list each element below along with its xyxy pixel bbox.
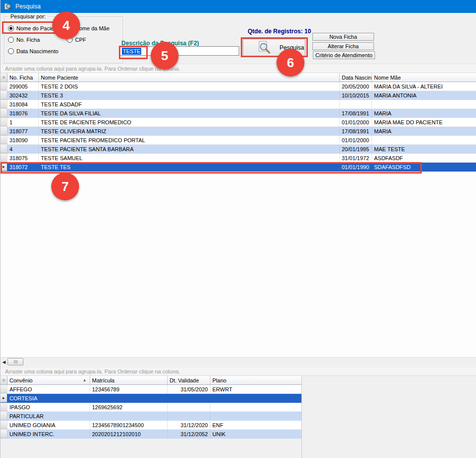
column-header-label: Nome Mãe	[374, 75, 401, 81]
scroll-left-icon[interactable]: ◀	[0, 360, 7, 365]
column-header-label: Matrícula	[92, 377, 114, 383]
table-cell	[340, 100, 372, 108]
table-cell: TESTE DE PACIENTE PROMEDICO	[39, 118, 340, 126]
column-header[interactable]: Nome Paciente	[39, 73, 340, 82]
table-cell: SDAFASDFSD	[372, 163, 476, 171]
description-label: Descrição da Pesquisa (F2)	[121, 40, 199, 47]
radio-label: No. Ficha	[16, 37, 40, 43]
patients-grid-body: 299005TESTE 2 DOIS20/05/2000MARIA DA SIL…	[0, 82, 476, 172]
table-cell: TESTE PACIENTE SANTA BARBARA	[39, 145, 340, 153]
table-cell: UNIMED INTERC.	[7, 430, 90, 438]
nova-ficha-button[interactable]: Nova Ficha	[312, 33, 374, 41]
table-row[interactable]: 318090TESTE PACIENTE PROMEDICO PORTAL01/…	[0, 136, 476, 145]
column-header[interactable]: Matrícula	[90, 376, 168, 384]
patients-grid: ✳No. FichaNome PacienteData NascinNome M…	[0, 73, 476, 172]
table-row[interactable]: PARTICULAR	[0, 412, 301, 421]
radio-label: Data Nascimento	[16, 48, 58, 54]
radio-nome-da-mae[interactable]: Nome da Mãe	[67, 25, 109, 31]
column-header[interactable]: Data Nascin	[340, 73, 372, 82]
row-indicator	[0, 403, 7, 411]
column-header[interactable]: Convênio▲	[7, 376, 90, 384]
table-cell: 318084	[7, 100, 39, 108]
row-indicator	[0, 412, 7, 420]
column-header-label: Dt. Validade	[170, 377, 199, 383]
window-magnifier-icon	[4, 2, 12, 10]
table-row[interactable]: 4TESTE PACIENTE SANTA BARBARA20/01/1995M…	[0, 145, 476, 154]
table-row[interactable]: 318076TESTE DA SILVA FILIAL17/08/1991MAR…	[0, 109, 476, 118]
insurance-grid-header: ✳Convênio▲MatrículaDt. ValidadePlano	[0, 376, 301, 385]
table-row[interactable]: IPASGO1269625692	[0, 403, 301, 412]
table-cell: TESTE DA SILVA FILIAL	[39, 109, 340, 117]
table-row[interactable]: 299005TESTE 2 DOIS20/05/2000MARIA DA SIL…	[0, 82, 476, 91]
table-cell: 10/10/2015	[340, 91, 372, 99]
scrollbar-thumb[interactable]	[7, 358, 23, 366]
table-cell: 318076	[7, 109, 39, 117]
table-row[interactable]: ▸CORTESIA	[0, 394, 301, 403]
table-cell	[90, 394, 168, 402]
criterio-atendimento-button[interactable]: Critério de Atendimento	[313, 51, 375, 59]
table-row[interactable]: AFFEGO12345678931/05/2020ERWRT	[0, 385, 301, 394]
table-row[interactable]: 1TESTE DE PACIENTE PROMEDICO01/01/2000MA…	[0, 118, 476, 127]
table-cell: 17/08/1991	[340, 109, 372, 117]
grid-edge-divider	[301, 376, 302, 458]
table-cell: 1	[7, 118, 39, 126]
table-cell: CORTESIA	[7, 394, 90, 402]
row-indicator	[0, 127, 7, 135]
insurance-grid-section: Arraste uma coluna aqui para agrupa-la. …	[0, 366, 476, 458]
group-by-hint: Arraste uma coluna aqui para agrupa-la. …	[0, 64, 476, 73]
column-header[interactable]: Plano	[210, 376, 301, 384]
horizontal-scrollbar[interactable]: ◀	[0, 357, 476, 366]
table-cell: 318072	[7, 163, 39, 171]
table-cell: MARIA	[372, 109, 476, 117]
table-row[interactable]: UNIMED GOIANIA1234567890123450031/12/202…	[0, 421, 301, 430]
table-cell: 318077	[7, 127, 39, 135]
row-indicator	[0, 109, 7, 117]
search-controls: Pesquisar por: Nome do Paciente Nome da …	[0, 13, 476, 64]
patients-grid-header: ✳No. FichaNome PacienteData NascinNome M…	[0, 73, 476, 82]
search-document-icon	[258, 41, 271, 54]
table-cell: IPASGO	[7, 403, 90, 411]
table-row[interactable]: 318077TESTE OLIVEIRA MATRIZ17/08/1991MAR…	[0, 127, 476, 136]
column-header[interactable]: Dt. Validade	[168, 376, 210, 384]
table-cell	[210, 394, 301, 402]
row-pointer-icon: ▸	[0, 163, 7, 171]
table-cell: 4	[7, 145, 39, 153]
insurance-grid-body: AFFEGO12345678931/05/2020ERWRT▸CORTESIAI…	[0, 385, 301, 439]
radio-no-ficha[interactable]: No. Ficha	[8, 37, 40, 43]
row-indicator	[0, 145, 7, 153]
radio-button-icon	[8, 48, 14, 54]
table-cell: MARIA DA SILVA - ALTEREI	[372, 82, 476, 91]
table-cell: TESTE SAMUEL	[39, 154, 340, 162]
search-input[interactable]: TESTE	[120, 46, 239, 56]
table-row[interactable]: 318084TESTE ASDADF	[0, 100, 476, 109]
groupbox-label: Pesquisar por:	[8, 13, 48, 19]
radio-button-icon	[67, 25, 73, 31]
button-label: Alterar Ficha	[328, 43, 359, 49]
table-cell: 299005	[7, 82, 39, 91]
table-cell: 318090	[7, 136, 39, 144]
title-bar: Pesquisa	[0, 0, 476, 13]
table-cell: TESTE OLIVEIRA MATRIZ	[39, 127, 340, 135]
radio-nome-do-paciente[interactable]: Nome do Paciente	[8, 25, 62, 31]
row-indicator	[0, 421, 7, 429]
radio-cpf[interactable]: CPF	[67, 37, 86, 43]
radio-data-nascimento[interactable]: Data Nascimento	[8, 48, 58, 54]
alterar-ficha-button[interactable]: Alterar Ficha	[312, 42, 374, 50]
column-header[interactable]: No. Ficha	[7, 73, 39, 82]
search-by-groupbox: Pesquisar por: Nome do Paciente Nome da …	[4, 16, 123, 63]
column-header[interactable]: Nome Mãe	[372, 73, 476, 82]
table-row[interactable]: UNIMED INTERC.202020121210201031/12/2052…	[0, 430, 301, 439]
sort-asc-icon: ▲	[83, 378, 88, 382]
table-cell: UNIMED GOIANIA	[7, 421, 90, 429]
table-cell: MAE TESTE	[372, 145, 476, 153]
table-row[interactable]: ▸318072TESTE TES01/01/1990SDAFASDFSD	[0, 163, 476, 172]
button-label: Nova Ficha	[329, 34, 357, 40]
table-cell: MARIA	[372, 127, 476, 135]
table-cell	[168, 403, 210, 411]
table-row[interactable]: 318075TESTE SAMUEL31/01/1972ASDFASDF	[0, 154, 476, 163]
table-row[interactable]: 302432TESTE 310/10/2015MARIA ANTONIA	[0, 91, 476, 100]
table-cell: 1269625692	[90, 403, 168, 411]
pesquisa-button[interactable]: Pesquisa	[243, 39, 305, 56]
row-indicator	[0, 91, 7, 99]
table-cell: 01/01/2000	[340, 118, 372, 126]
